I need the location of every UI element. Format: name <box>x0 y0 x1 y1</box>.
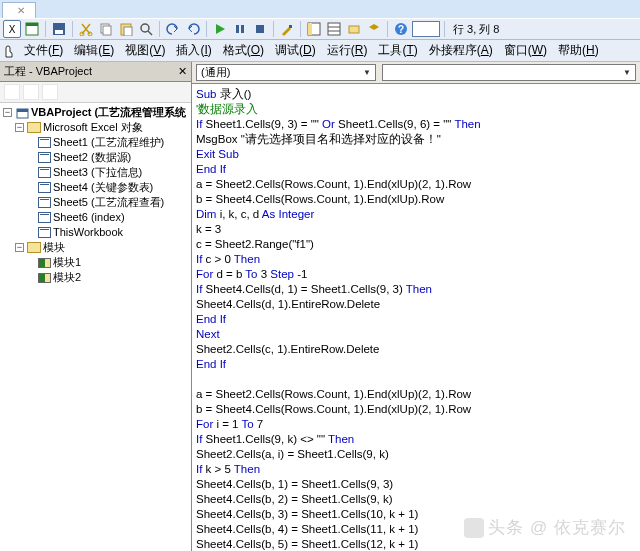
svg-rect-21 <box>349 26 359 33</box>
main-toolbar: X ? 行 3, 列 8 <box>0 18 640 40</box>
module-icon <box>38 273 51 283</box>
save-button[interactable] <box>50 20 68 38</box>
collapse-icon[interactable]: − <box>3 108 12 117</box>
sheet-icon <box>38 197 51 208</box>
menu-edit[interactable]: 编辑(E) <box>70 40 118 61</box>
folder-icon <box>27 242 41 253</box>
insert-userform-button[interactable] <box>23 20 41 38</box>
code-editor: (通用)▼ ▼ Sub 录入() '数据源录入 If Sheet1.Cells(… <box>192 62 640 551</box>
copy-button[interactable] <box>97 20 115 38</box>
collapse-icon[interactable]: − <box>15 243 24 252</box>
svg-rect-7 <box>103 26 111 35</box>
menu-format[interactable]: 格式(O) <box>219 40 268 61</box>
menu-help[interactable]: 帮助(H) <box>554 40 603 61</box>
svg-rect-12 <box>236 25 239 33</box>
project-tree[interactable]: −VBAProject (工艺流程管理系统 −Microsoft Excel 对… <box>0 103 191 551</box>
reset-button[interactable] <box>251 20 269 38</box>
svg-rect-14 <box>256 25 264 33</box>
menu-tools[interactable]: 工具(T) <box>374 40 421 61</box>
hand-cursor-icon <box>3 44 17 58</box>
sheet-icon <box>38 212 51 223</box>
run-button[interactable] <box>211 20 229 38</box>
sheet-icon <box>38 137 51 148</box>
view-code-button[interactable] <box>4 84 20 100</box>
sheet-icon <box>38 152 51 163</box>
view-ms-excel-button[interactable]: X <box>3 20 21 38</box>
chevron-down-icon: ▼ <box>623 68 631 77</box>
view-object-button[interactable] <box>23 84 39 100</box>
cursor-position-label: 行 3, 列 8 <box>449 22 499 37</box>
object-browser-button[interactable] <box>345 20 363 38</box>
procedure-dropdown[interactable]: ▼ <box>382 64 636 81</box>
menu-run[interactable]: 运行(R) <box>323 40 372 61</box>
tree-sheet1[interactable]: Sheet1 (工艺流程维护) <box>53 135 164 150</box>
code-area[interactable]: Sub 录入() '数据源录入 If Sheet1.Cells(9, 3) = … <box>192 84 640 551</box>
design-mode-button[interactable] <box>278 20 296 38</box>
sheet-icon <box>38 182 51 193</box>
project-panel-title: 工程 - VBAProject ✕ <box>0 62 191 82</box>
tree-sheet2[interactable]: Sheet2 (数据源) <box>53 150 131 165</box>
toggle-folders-button[interactable] <box>42 84 58 100</box>
tree-module2[interactable]: 模块2 <box>53 270 81 285</box>
menu-insert[interactable]: 插入(I) <box>172 40 215 61</box>
svg-rect-17 <box>308 23 312 35</box>
tree-root[interactable]: VBAProject (工艺流程管理系统 <box>31 105 186 120</box>
folder-icon <box>27 122 41 133</box>
menu-addins[interactable]: 外接程序(A) <box>425 40 497 61</box>
svg-text:?: ? <box>398 24 404 35</box>
svg-rect-18 <box>328 23 340 35</box>
cut-button[interactable] <box>77 20 95 38</box>
project-toolbar <box>0 82 191 103</box>
sheet-icon <box>38 167 51 178</box>
object-dropdown[interactable]: (通用)▼ <box>196 64 376 81</box>
zoom-combo[interactable] <box>412 21 440 37</box>
menu-view[interactable]: 视图(V) <box>121 40 169 61</box>
project-explorer-panel: 工程 - VBAProject ✕ −VBAProject (工艺流程管理系统 … <box>0 62 192 551</box>
svg-line-11 <box>148 31 152 35</box>
menu-file[interactable]: 文件(F) <box>20 40 67 61</box>
paste-button[interactable] <box>117 20 135 38</box>
svg-rect-1 <box>26 23 38 26</box>
tree-sheet4[interactable]: Sheet4 (关键参数表) <box>53 180 153 195</box>
module-icon <box>38 258 51 268</box>
panel-close-icon[interactable]: ✕ <box>178 65 187 78</box>
svg-rect-9 <box>124 27 132 36</box>
svg-rect-15 <box>289 25 292 28</box>
help-button[interactable]: ? <box>392 20 410 38</box>
redo-button[interactable] <box>184 20 202 38</box>
tree-thisworkbook[interactable]: ThisWorkbook <box>53 225 123 240</box>
break-button[interactable] <box>231 20 249 38</box>
svg-rect-3 <box>55 30 63 34</box>
tree-sheet6[interactable]: Sheet6 (index) <box>53 210 125 225</box>
object-proc-dropdowns: (通用)▼ ▼ <box>192 62 640 84</box>
project-explorer-button[interactable] <box>305 20 323 38</box>
undo-button[interactable] <box>164 20 182 38</box>
tree-module1[interactable]: 模块1 <box>53 255 81 270</box>
tree-group-modules[interactable]: 模块 <box>43 240 65 255</box>
svg-point-10 <box>141 24 149 32</box>
tab-close-icon[interactable]: ✕ <box>17 5 25 16</box>
menu-debug[interactable]: 调试(D) <box>271 40 320 61</box>
find-button[interactable] <box>137 20 155 38</box>
title-tab[interactable]: ✕ <box>2 2 36 18</box>
collapse-icon[interactable]: − <box>15 123 24 132</box>
svg-rect-13 <box>241 25 244 33</box>
svg-rect-25 <box>17 109 28 112</box>
properties-button[interactable] <box>325 20 343 38</box>
title-tab-strip: ✕ <box>0 0 640 18</box>
menu-window[interactable]: 窗口(W) <box>500 40 551 61</box>
tree-sheet5[interactable]: Sheet5 (工艺流程查看) <box>53 195 164 210</box>
toolbox-button[interactable] <box>365 20 383 38</box>
sheet-icon <box>38 227 51 238</box>
tree-group-excel[interactable]: Microsoft Excel 对象 <box>43 120 143 135</box>
chevron-down-icon: ▼ <box>363 68 371 77</box>
tree-sheet3[interactable]: Sheet3 (下拉信息) <box>53 165 142 180</box>
menubar: 文件(F) 编辑(E) 视图(V) 插入(I) 格式(O) 调试(D) 运行(R… <box>0 40 640 62</box>
